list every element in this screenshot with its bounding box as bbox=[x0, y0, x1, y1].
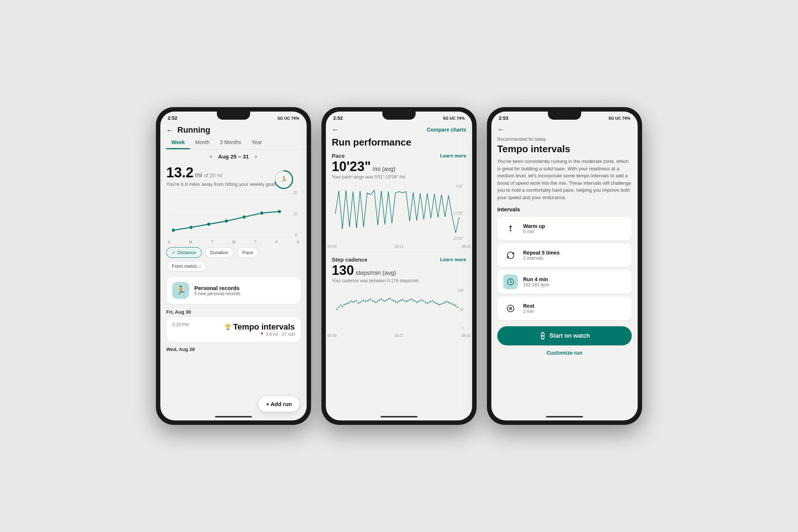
svg-point-75 bbox=[430, 301, 432, 302]
repeat-title: Repeat 5 times bbox=[523, 250, 560, 256]
svg-point-77 bbox=[434, 301, 435, 303]
home-indicator-3 bbox=[491, 413, 638, 420]
day-labels: S M T W T F S bbox=[160, 240, 307, 244]
activity-card[interactable]: 5:29 PM 🏆 Tempo intervals 📍 3.6 mi · 37 … bbox=[166, 317, 301, 342]
personal-records-card[interactable]: 🏃 Personal records 5 new personal record… bbox=[166, 277, 301, 304]
miles-current: 13.2 bbox=[166, 165, 194, 181]
svg-point-60 bbox=[403, 300, 405, 301]
back-arrow-1[interactable]: ← bbox=[166, 126, 174, 134]
next-date-btn[interactable]: › bbox=[255, 153, 257, 160]
svg-point-36 bbox=[361, 300, 363, 302]
svg-point-28 bbox=[347, 302, 348, 304]
svg-point-74 bbox=[429, 301, 430, 303]
svg-point-61 bbox=[405, 301, 407, 302]
cadence-label-row: Step cadence Learn more bbox=[332, 256, 466, 263]
screen-3: ← Recommended for today Tempo intervals … bbox=[491, 122, 638, 413]
tab-month[interactable]: Month bbox=[190, 136, 215, 149]
day-m: M bbox=[189, 240, 192, 244]
home-indicator-2 bbox=[326, 413, 472, 420]
back-arrow-3[interactable]: ← bbox=[497, 125, 505, 134]
status-icons-2: 5G UC 74% bbox=[443, 116, 465, 120]
cadence-range: Your cadence was between 0-176 steps/min bbox=[332, 278, 466, 283]
svg-point-52 bbox=[389, 297, 391, 299]
filter-pace[interactable]: Pace bbox=[237, 247, 259, 258]
svg-point-53 bbox=[391, 299, 393, 301]
day-f: F bbox=[276, 240, 278, 244]
svg-point-90 bbox=[457, 306, 458, 308]
svg-point-9 bbox=[172, 229, 175, 232]
watch-icon bbox=[539, 332, 546, 340]
tab-3months[interactable]: 3 Months bbox=[215, 136, 246, 149]
svg-point-27 bbox=[345, 303, 347, 305]
svg-point-32 bbox=[354, 301, 355, 302]
day-w: W bbox=[232, 240, 235, 244]
filter-distance[interactable]: ✓ Distance bbox=[166, 247, 202, 258]
svg-point-40 bbox=[368, 299, 370, 301]
screen-2: ← Compare charts Run performance Pace Le… bbox=[326, 122, 472, 413]
back-arrow-2[interactable]: ← bbox=[332, 125, 339, 134]
time-2: 2:52 bbox=[333, 115, 343, 121]
svg-point-55 bbox=[395, 301, 396, 302]
cadence-big-value: 130 bbox=[332, 263, 354, 278]
tab-year[interactable]: Year bbox=[246, 136, 267, 149]
svg-point-51 bbox=[388, 299, 389, 300]
add-run-label: + Add run bbox=[266, 401, 292, 407]
svg-point-12 bbox=[225, 219, 228, 223]
svg-point-71 bbox=[423, 300, 424, 302]
svg-text:20'00": 20'00" bbox=[454, 236, 464, 240]
svg-point-81 bbox=[441, 303, 442, 305]
pace-label-row: Pace Learn more bbox=[332, 153, 466, 159]
activity-stats: 📍 3.6 mi · 37 min bbox=[225, 332, 295, 337]
svg-point-50 bbox=[386, 299, 388, 301]
activity-date-wed: Wed, Aug 28 bbox=[160, 344, 307, 353]
customize-run-btn[interactable]: Customize run bbox=[491, 347, 638, 359]
p2-header: ← Compare charts bbox=[326, 122, 472, 135]
svg-point-83 bbox=[444, 301, 446, 303]
cadence-learn-more[interactable]: Learn more bbox=[440, 257, 466, 262]
svg-point-57 bbox=[398, 300, 400, 302]
activity-icon: 🏆 bbox=[225, 324, 231, 330]
add-run-button[interactable]: + Add run bbox=[259, 396, 299, 412]
svg-rect-95 bbox=[509, 307, 511, 310]
svg-point-82 bbox=[443, 302, 444, 304]
svg-point-88 bbox=[453, 304, 455, 306]
pace-range: Your pace range was 5'51"-19'59" /mi bbox=[332, 174, 466, 180]
prev-date-btn[interactable]: ‹ bbox=[210, 153, 212, 160]
svg-point-86 bbox=[450, 302, 451, 304]
svg-point-22 bbox=[336, 308, 338, 310]
notch-2 bbox=[382, 112, 416, 120]
tab-week[interactable]: Week bbox=[166, 136, 190, 149]
activity-date-fri: Fri, Aug 30 bbox=[160, 306, 307, 316]
day-t1: T bbox=[211, 240, 213, 244]
date-range-label: Aug 25 – 31 bbox=[218, 153, 249, 160]
start-watch-button[interactable]: Start on watch bbox=[497, 326, 632, 345]
filter-duration[interactable]: Duration bbox=[205, 247, 234, 258]
svg-point-59 bbox=[402, 299, 403, 300]
run-text: Run 4 min 162-181 bpm bbox=[523, 276, 549, 287]
p1-header: ← Running bbox=[160, 122, 307, 136]
svg-point-47 bbox=[381, 299, 382, 300]
cadence-axis-0: 00:00 bbox=[327, 334, 337, 338]
svg-point-92 bbox=[510, 231, 511, 232]
svg-point-84 bbox=[446, 301, 447, 302]
svg-point-11 bbox=[207, 223, 210, 226]
cadence-section: Step cadence Learn more 130 steps/min (a… bbox=[326, 255, 472, 285]
tabs-row: Week Month 3 Months Year bbox=[160, 136, 307, 150]
svg-text:20: 20 bbox=[293, 191, 297, 195]
filter-form[interactable]: Form metric ↓ bbox=[166, 261, 207, 272]
status-icons-1: 5G UC 74% bbox=[277, 116, 299, 120]
svg-point-76 bbox=[432, 300, 433, 301]
svg-point-45 bbox=[377, 300, 379, 302]
pace-learn-more[interactable]: Learn more bbox=[440, 153, 466, 158]
compare-charts-btn[interactable]: Compare charts bbox=[427, 127, 466, 133]
svg-point-25 bbox=[342, 306, 343, 307]
svg-point-85 bbox=[448, 301, 449, 303]
cadence-value-row: 130 steps/min (avg) bbox=[332, 263, 466, 278]
pr-icon: 🏃 bbox=[172, 282, 189, 299]
run-icon bbox=[503, 274, 518, 289]
svg-text:12'00": 12'00" bbox=[454, 211, 464, 215]
miles-label: mi of 20 mi bbox=[195, 171, 222, 179]
svg-point-48 bbox=[382, 300, 384, 301]
recommended-label: Recommended for today bbox=[491, 135, 638, 143]
svg-point-70 bbox=[421, 299, 423, 301]
